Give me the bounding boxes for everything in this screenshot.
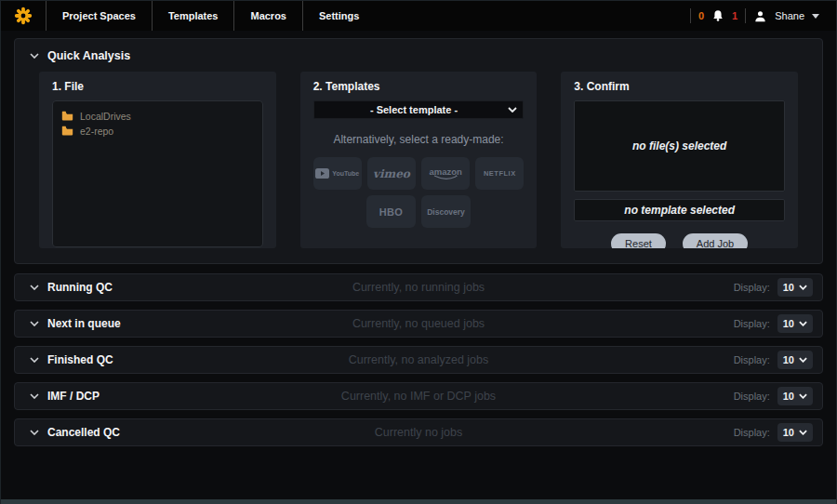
no-files-text: no file(s) selected [632, 139, 726, 153]
file-panel-title: 1. File [52, 80, 263, 93]
no-template-text: no template selected [624, 204, 735, 217]
section-status: Currently, no running jobs [15, 281, 822, 294]
display-count-select[interactable]: 10 [777, 351, 813, 369]
section-imf-dcp: IMF / DCP Currently, no IMF or DCP jobs … [14, 382, 823, 410]
section-title: IMF / DCP [47, 390, 100, 403]
confirm-panel: 3. Confirm no file(s) selected no templa… [561, 72, 798, 248]
folder-e2-repo[interactable]: e2-repo [61, 124, 254, 139]
nav-settings[interactable]: Settings [302, 1, 375, 31]
selected-template-box: no template selected [574, 199, 785, 221]
section-status: Currently, no analyzed jobs [15, 353, 822, 366]
quick-analysis-section: Quick Analysis 1. File LocalDrives [14, 38, 823, 264]
section-running-qc: Running QC Currently, no running jobs Di… [14, 273, 823, 301]
section-header[interactable]: IMF / DCP [30, 390, 100, 403]
section-title: Running QC [47, 281, 113, 294]
display-count-value: 10 [783, 318, 794, 329]
folder-localdrives[interactable]: LocalDrives [61, 109, 254, 124]
brand-vimeo-button[interactable]: vimeo [367, 157, 416, 190]
display-control: Display: 10 [734, 351, 813, 369]
notification-count-right: 1 [732, 10, 737, 21]
display-label: Display: [734, 282, 770, 293]
user-menu[interactable]: Shane [775, 10, 804, 21]
section-next-in-queue: Next in queue Currently, no queued jobs … [14, 310, 823, 338]
confirm-panel-title: 3. Confirm [574, 80, 785, 93]
selected-files-box: no file(s) selected [574, 100, 785, 192]
nav-templates[interactable]: Templates [152, 1, 234, 31]
ready-made-hint: Alternatively, select a ready-made: [313, 133, 525, 146]
quick-analysis-header[interactable]: Quick Analysis [15, 39, 822, 70]
display-control: Display: 10 [734, 314, 813, 333]
section-header[interactable]: Running QC [30, 281, 113, 294]
folder-label: LocalDrives [80, 111, 131, 122]
chevron-down-icon [30, 393, 39, 399]
section-finished-qc: Finished QC Currently, no analyzed jobs … [14, 346, 823, 374]
section-cancelled-qc: Cancelled QC Currently no jobs Display: … [14, 418, 823, 446]
reset-button[interactable]: Reset [611, 233, 666, 248]
folder-label: e2-repo [80, 126, 113, 137]
display-label: Display: [734, 427, 770, 438]
confirm-actions: Reset Add Job [574, 233, 785, 248]
chevron-down-icon [30, 357, 39, 363]
display-count-select[interactable]: 10 [777, 314, 813, 333]
brand-discovery-button[interactable]: Discovery [421, 195, 471, 228]
brand-amazon-button[interactable]: amazon [421, 157, 470, 190]
section-status: Currently, no queued jobs [15, 317, 822, 330]
amazon-smile-icon [433, 175, 458, 180]
display-count-value: 10 [783, 391, 794, 402]
user-icon [753, 9, 767, 23]
display-count-select[interactable]: 10 [777, 423, 813, 442]
display-count-select[interactable]: 10 [777, 278, 813, 297]
templates-panel-title: 2. Templates [313, 80, 525, 93]
quick-analysis-panels: 1. File LocalDrives e2-repo [15, 70, 822, 259]
display-control: Display: 10 [734, 387, 813, 405]
display-count-value: 10 [783, 282, 794, 293]
section-status: Currently, no IMF or DCP jobs [15, 390, 822, 403]
bell-icon[interactable] [711, 9, 724, 22]
file-panel: 1. File LocalDrives e2-repo [39, 72, 276, 248]
display-count-value: 10 [783, 427, 794, 438]
display-label: Display: [734, 354, 770, 365]
display-control: Display: 10 [734, 278, 813, 297]
nav-macros[interactable]: Macros [233, 1, 302, 31]
templates-panel: 2. Templates - Select template - Alterna… [300, 72, 538, 248]
divider [745, 8, 746, 23]
caret-down-icon [812, 14, 819, 19]
app-window: Project Spaces Templates Macros Settings… [0, 0, 837, 504]
brand-row-1: YouTube vimeo amazon NETFLIX [313, 157, 525, 190]
divider [690, 8, 691, 23]
brand-label: YouTube [332, 170, 359, 177]
bottom-border-strip [1, 499, 836, 504]
quick-analysis-title: Quick Analysis [47, 49, 130, 62]
section-header[interactable]: Finished QC [30, 353, 113, 366]
folder-icon [61, 123, 73, 139]
chevron-down-icon [508, 107, 517, 113]
brand-netflix-button[interactable]: NETFLIX [475, 157, 524, 190]
section-status: Currently no jobs [15, 426, 822, 439]
section-title: Finished QC [47, 353, 113, 366]
chevron-down-icon [30, 53, 39, 59]
file-tree[interactable]: LocalDrives e2-repo [52, 100, 263, 247]
section-title: Next in queue [47, 317, 121, 330]
add-job-button[interactable]: Add Job [683, 233, 748, 248]
template-select[interactable]: - Select template - [313, 100, 525, 119]
display-label: Display: [734, 318, 770, 329]
brand-hbo-button[interactable]: HBO [366, 195, 416, 228]
navbar-right: 0 1 Shane [690, 8, 836, 23]
display-label: Display: [734, 391, 770, 402]
top-navbar: Project Spaces Templates Macros Settings… [1, 1, 836, 31]
notification-count-left: 0 [698, 10, 704, 21]
template-select-value: - Select template - [320, 104, 509, 115]
brand-youtube-button[interactable]: YouTube [313, 157, 362, 190]
app-logo-gear-icon[interactable] [1, 7, 46, 25]
nav-project-spaces[interactable]: Project Spaces [46, 1, 152, 31]
chevron-down-icon [30, 321, 39, 326]
section-header[interactable]: Cancelled QC [30, 426, 120, 439]
display-control: Display: 10 [734, 423, 813, 442]
main-content: Quick Analysis 1. File LocalDrives [1, 31, 836, 446]
section-header[interactable]: Next in queue [30, 317, 121, 330]
chevron-down-icon [30, 285, 39, 290]
section-title: Cancelled QC [47, 426, 120, 439]
display-count-select[interactable]: 10 [777, 387, 813, 405]
main-nav: Project Spaces Templates Macros Settings [46, 1, 375, 31]
youtube-play-icon [315, 168, 329, 179]
